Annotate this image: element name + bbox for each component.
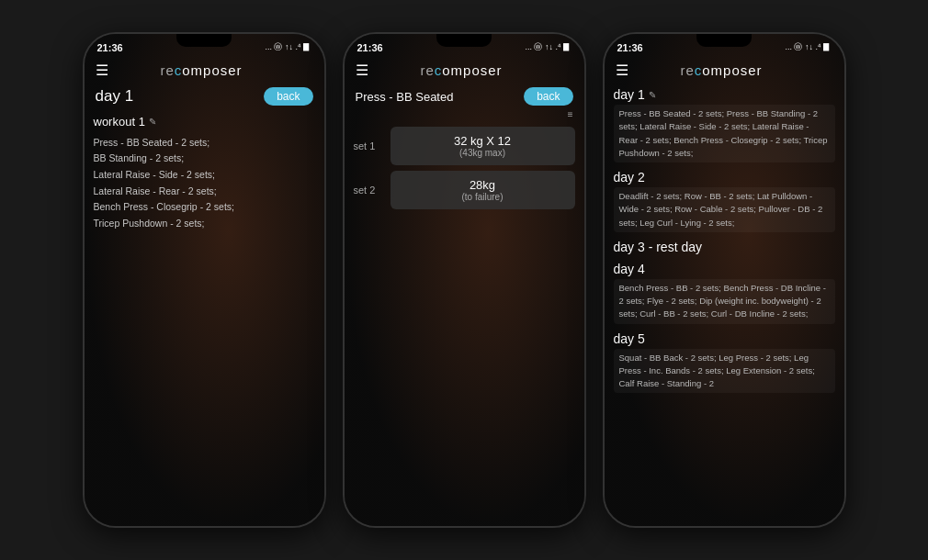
exercise-name: Press - BB Seated: [356, 90, 454, 104]
day-section-2: day 2 Deadlift - 2 sets; Row - BB - 2 se…: [614, 170, 835, 232]
content-1: workout 1 ✎ Press - BB Seated - 2 sets; …: [85, 111, 324, 526]
sets-container: set 1 32 kg X 12 (43kg max) set 2 28kg (…: [345, 121, 584, 215]
edit-icon-1[interactable]: ✎: [149, 117, 156, 127]
app-logo-3: recomposer: [636, 62, 808, 78]
phone-1: 21:36 ... ⓦ ↑↓ .⁴ ▊ ☰ recomposer day 1 b…: [83, 32, 326, 528]
page-title-1: day 1: [96, 87, 134, 106]
back-button-2[interactable]: back: [524, 87, 572, 106]
exercise-header-row: Press - BB Seated back: [345, 84, 584, 107]
day-exercises-2: Deadlift - 2 sets; Row - BB - 2 sets; La…: [614, 187, 835, 232]
page-title-row-1: day 1 back: [85, 84, 324, 111]
set-label-2: set 2: [354, 185, 383, 196]
day-section-4: day 4 Bench Press - BB - 2 sets; Bench P…: [614, 262, 835, 324]
notch-2: [436, 34, 492, 47]
day-exercises-5: Squat - BB Back - 2 sets; Leg Press - 2 …: [614, 349, 835, 394]
status-time-1: 21:36: [97, 42, 123, 53]
exercise-list-1: Press - BB Seated - 2 sets; BB Standing …: [94, 134, 315, 231]
status-icons-3: ... ⓦ ↑↓ .⁴ ▊: [785, 41, 831, 53]
overview-content: day 1 ✎ Press - BB Seated - 2 sets; Pres…: [605, 84, 844, 526]
set-row-1: set 1 32 kg X 12 (43kg max): [354, 127, 575, 165]
list-item: Press - BB Seated - 2 sets;: [94, 134, 315, 151]
set-label-1: set 1: [354, 140, 383, 151]
hamburger-icon-3[interactable]: ☰: [616, 63, 628, 78]
phone-2: 21:36 ... ⓦ ↑↓ .⁴ ▊ ☰ recomposer Press -…: [343, 32, 586, 528]
app-logo-1: recomposer: [116, 62, 288, 78]
app-logo-2: recomposer: [376, 62, 548, 78]
day-heading-2: day 2: [614, 170, 835, 185]
app-header-2: ☰ recomposer: [345, 57, 584, 84]
hamburger-icon-2[interactable]: ☰: [356, 63, 368, 78]
day-heading-3: day 3 - rest day: [614, 240, 835, 254]
scroll-indicator: ≡: [568, 109, 573, 119]
day-section-3: day 3 - rest day: [614, 240, 835, 254]
day-heading-1: day 1 ✎: [614, 87, 835, 102]
list-item: Tricep Pushdown - 2 sets;: [94, 215, 315, 231]
status-time-3: 21:36: [617, 42, 643, 53]
workout-title-1: workout 1 ✎: [94, 115, 315, 129]
notch-1: [176, 34, 232, 47]
set-note-2: (to failure): [400, 192, 566, 202]
set-row-2: set 2 28kg (to failure): [354, 171, 575, 209]
day-heading-4: day 4: [614, 262, 835, 276]
day-exercises-1: Press - BB Seated - 2 sets; Press - BB S…: [614, 105, 835, 162]
list-item: Bench Press - Closegrip - 2 sets;: [94, 199, 315, 216]
app-header-3: ☰ recomposer: [605, 57, 844, 84]
notch-3: [696, 34, 752, 47]
list-item: BB Standing - 2 sets;: [94, 151, 315, 167]
set-weight-1: 32 kg X 12: [400, 134, 566, 148]
status-time-2: 21:36: [357, 42, 383, 53]
set-note-1: (43kg max): [400, 148, 566, 158]
day-section-1: day 1 ✎ Press - BB Seated - 2 sets; Pres…: [614, 87, 835, 162]
status-icons-2: ... ⓦ ↑↓ .⁴ ▊: [525, 41, 571, 53]
set-card-1[interactable]: 32 kg X 12 (43kg max): [390, 127, 575, 165]
list-item: Lateral Raise - Rear - 2 sets;: [94, 183, 315, 199]
back-button-1[interactable]: back: [264, 87, 312, 106]
phone-3: 21:36 ... ⓦ ↑↓ .⁴ ▊ ☰ recomposer day 1 ✎…: [603, 32, 846, 528]
app-header-1: ☰ recomposer: [85, 57, 324, 84]
day-heading-5: day 5: [614, 331, 835, 346]
hamburger-icon-1[interactable]: ☰: [96, 63, 108, 78]
list-item: Lateral Raise - Side - 2 sets;: [94, 166, 315, 183]
day-exercises-4: Bench Press - BB - 2 sets; Bench Press -…: [614, 279, 835, 324]
set-weight-2: 28kg: [400, 178, 566, 192]
set-card-2[interactable]: 28kg (to failure): [390, 171, 575, 209]
edit-icon-day1[interactable]: ✎: [649, 90, 656, 100]
status-icons-1: ... ⓦ ↑↓ .⁴ ▊: [265, 41, 311, 53]
day-section-5: day 5 Squat - BB Back - 2 sets; Leg Pres…: [614, 331, 835, 394]
